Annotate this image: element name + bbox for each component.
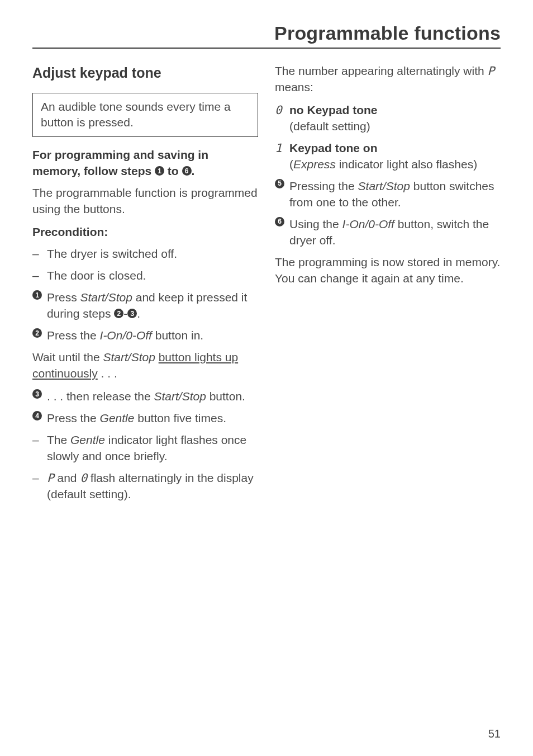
txt: and xyxy=(54,471,80,484)
ref-button: Gentle xyxy=(70,433,105,446)
dash-icon: – xyxy=(32,246,47,262)
display-symbol: P xyxy=(488,64,495,78)
txt: . . . then release the xyxy=(47,390,154,403)
step-text: . . . then release the Start/Stop button… xyxy=(47,389,258,405)
list-item-text: P and 0 flash alternatingly in the displ… xyxy=(47,470,258,503)
step-number-icon: 1 xyxy=(155,166,164,176)
txt: button five times. xyxy=(134,412,226,424)
ref-button: Start/Stop xyxy=(80,291,132,304)
txt: Pressing the xyxy=(289,179,358,192)
right-column: The number appearing alternatingly with … xyxy=(275,63,501,508)
step-item: 3 . . . then release the Start/Stop butt… xyxy=(32,389,258,405)
list-item: – P and 0 flash alternatingly in the dis… xyxy=(32,470,258,503)
step-text: Press the Gentle button five times. xyxy=(47,410,258,427)
step-number-icon: 2 xyxy=(32,328,42,338)
body-text: Wait until the Start/Stop button lights … xyxy=(32,349,258,382)
txt: The number appearing alternatingly with xyxy=(275,64,488,77)
step-number-icon: 6 xyxy=(275,217,284,226)
precondition-heading: Precondition: xyxy=(32,224,258,240)
list-item-text: The Gentle indicator light flashes once … xyxy=(47,432,258,465)
display-symbol: 0 xyxy=(275,102,289,135)
txt: ( xyxy=(289,158,293,171)
step-item: 5 Pressing the Start/Stop button switche… xyxy=(275,178,501,211)
list-item-text: The dryer is switched off. xyxy=(47,246,258,262)
ref-button: I-On/0-Off xyxy=(342,218,394,230)
step-number-icon: 2 xyxy=(114,309,123,318)
txt: means: xyxy=(275,81,313,93)
manual-page: Programmable functions Adjust keypad ton… xyxy=(0,0,533,756)
step-number-icon: 5 xyxy=(275,179,284,188)
meaning-text: Keypad tone on (Express indicator light … xyxy=(289,140,501,173)
txt: The xyxy=(47,433,70,446)
step-number-icon: 4 xyxy=(32,411,42,420)
txt: . . . xyxy=(98,367,117,380)
txt: Wait until the xyxy=(32,351,103,363)
ref-button: Start/Stop xyxy=(103,351,155,363)
info-box-text: An audible tone sounds every time a butt… xyxy=(41,100,231,129)
txt: Press the xyxy=(47,412,100,424)
meaning-text: no Keypad tone (default setting) xyxy=(289,102,501,135)
display-symbol: P xyxy=(47,471,54,485)
display-symbol: 0 xyxy=(80,471,87,485)
meaning-title: Keypad tone on xyxy=(289,141,378,154)
meaning-item: 0 no Keypad tone (default setting) xyxy=(275,102,501,135)
meaning-item: 1 Keypad tone on (Express indicator ligh… xyxy=(275,140,501,173)
lead-part-2: to xyxy=(164,164,182,177)
step-item: 1 Press Start/Stop and keep it pressed i… xyxy=(32,290,258,322)
ref-button: Start/Stop xyxy=(154,390,206,403)
step-item: 6 Using the I-On/0-Off button, switch th… xyxy=(275,216,501,249)
step-text: Pressing the Start/Stop button switches … xyxy=(289,178,501,211)
section-heading: Adjust keypad tone xyxy=(32,63,258,83)
ref-button: Start/Stop xyxy=(358,179,410,192)
ref-indicator: Express xyxy=(293,158,336,171)
display-symbol: 1 xyxy=(275,140,289,173)
page-header: Programmable functions xyxy=(32,22,501,49)
ref-button: Gentle xyxy=(100,412,135,424)
txt: indicator light also flashes) xyxy=(336,158,477,171)
body-text: The programming is now stored in memory.… xyxy=(275,254,501,287)
step-number-icon: 3 xyxy=(127,309,137,318)
body-text: The number appearing alternatingly with … xyxy=(275,63,501,96)
dash-icon: – xyxy=(32,268,47,284)
page-title: Programmable functions xyxy=(32,22,501,44)
ref-button: I-On/0-Off xyxy=(100,329,152,342)
list-item: – The Gentle indicator light flashes onc… xyxy=(32,432,258,465)
info-box: An audible tone sounds every time a butt… xyxy=(32,93,258,138)
txt: - xyxy=(123,307,127,320)
dash-icon: – xyxy=(32,470,47,503)
lead-part-3: . xyxy=(192,164,195,177)
txt: . xyxy=(137,307,140,320)
txt: Press the xyxy=(47,329,100,342)
list-item: – The door is closed. xyxy=(32,268,258,284)
step-text: Using the I-On/0-Off button, switch the … xyxy=(289,216,501,249)
txt: button in. xyxy=(152,329,203,342)
step-number-icon: 6 xyxy=(182,166,192,176)
txt: Using the xyxy=(289,218,342,230)
step-number-icon: 3 xyxy=(32,389,42,399)
meaning-sub: (default setting) xyxy=(289,120,370,133)
page-number: 51 xyxy=(488,727,501,740)
dash-icon: – xyxy=(32,432,47,465)
content-columns: Adjust keypad tone An audible tone sound… xyxy=(32,63,501,508)
body-text: The programmable function is programmed … xyxy=(32,185,258,218)
meaning-title: no Keypad tone xyxy=(289,103,378,116)
left-column: Adjust keypad tone An audible tone sound… xyxy=(32,63,258,508)
step-item: 4 Press the Gentle button five times. xyxy=(32,410,258,427)
step-text: Press Start/Stop and keep it pressed it … xyxy=(47,290,258,322)
list-item-text: The door is closed. xyxy=(47,268,258,284)
step-item: 2 Press the I-On/0-Off button in. xyxy=(32,328,258,344)
step-text: Press the I-On/0-Off button in. xyxy=(47,328,258,344)
programming-lead: For programming and saving in memory, fo… xyxy=(32,147,258,179)
txt: Press xyxy=(47,291,80,304)
step-number-icon: 1 xyxy=(32,290,42,300)
list-item: – The dryer is switched off. xyxy=(32,246,258,262)
txt: button. xyxy=(206,390,245,403)
